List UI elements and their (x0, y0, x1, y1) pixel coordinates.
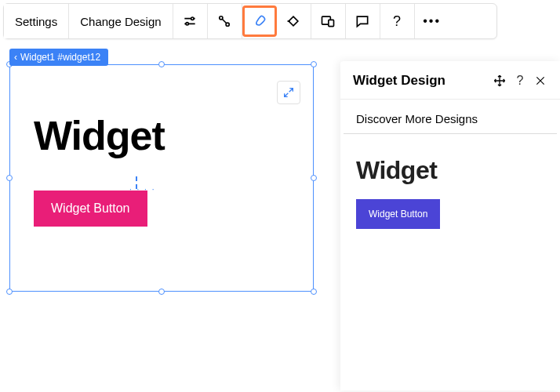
diamond-icon-button[interactable] (277, 4, 311, 38)
panel-subheading: Discover More Designs (344, 100, 557, 134)
brush-icon (252, 13, 267, 29)
help-icon: ? (517, 74, 524, 88)
resize-handle-bl[interactable] (6, 289, 13, 295)
more-icon-button[interactable]: ••• (415, 4, 449, 38)
diamond-icon (285, 13, 301, 29)
animation-icon (216, 13, 232, 29)
expand-button[interactable] (277, 81, 300, 104)
move-icon (493, 74, 506, 87)
svg-point-0 (191, 17, 194, 20)
resize-handle-ml[interactable] (6, 175, 13, 181)
svg-point-2 (220, 16, 223, 20)
help-icon: ? (393, 13, 401, 30)
preview-button: Widget Button (356, 199, 440, 229)
resize-handle-tm[interactable] (158, 61, 165, 67)
widget-button[interactable]: Widget Button (34, 191, 147, 227)
chevron-left-icon: ‹ (14, 52, 17, 63)
panel-title: Widget Design (353, 73, 488, 89)
resize-handle-br[interactable] (311, 289, 317, 295)
widget-title[interactable]: Widget (34, 112, 165, 159)
help-icon-button[interactable]: ? (380, 4, 415, 38)
panel-close-button[interactable] (532, 72, 549, 89)
settings-button[interactable]: Settings (4, 4, 69, 38)
panel-header: Widget Design ? (340, 61, 560, 100)
settings-label: Settings (15, 15, 57, 28)
resize-handle-mr[interactable] (311, 175, 317, 181)
responsive-icon (320, 13, 336, 29)
responsive-icon-button[interactable] (311, 4, 346, 38)
preview-title: Widget (356, 156, 547, 185)
alignment-guide (136, 176, 159, 189)
change-design-button[interactable]: Change Design (69, 4, 173, 38)
svg-point-3 (226, 23, 229, 26)
svg-point-1 (186, 23, 188, 25)
design-panel: Widget Design ? Discover More Designs Wi… (340, 61, 560, 390)
comment-icon (355, 13, 370, 29)
close-icon (535, 75, 546, 86)
design-preview-card[interactable]: Widget Widget Button (340, 134, 560, 241)
svg-rect-5 (329, 20, 334, 26)
resize-handle-tr[interactable] (311, 61, 317, 67)
widget-button-label: Widget Button (51, 201, 130, 215)
preview-button-label: Widget Button (369, 209, 427, 220)
sliders-icon (182, 13, 198, 29)
change-design-label: Change Design (80, 15, 161, 28)
brush-icon-button[interactable] (242, 5, 277, 37)
sliders-icon-button[interactable] (173, 4, 208, 38)
more-icon: ••• (423, 14, 441, 28)
breadcrumb-label: Widget1 #widget12 (20, 52, 100, 63)
comment-icon-button[interactable] (346, 4, 380, 38)
canvas-selection-frame[interactable]: Widget · · · · Widget Button (9, 64, 314, 292)
move-panel-button[interactable] (491, 72, 508, 89)
breadcrumb[interactable]: ‹ Widget1 #widget12 (9, 49, 108, 66)
expand-icon (282, 86, 295, 99)
animation-icon-button[interactable] (208, 4, 242, 38)
toolbar: Settings Change Design ? ••• (3, 3, 497, 39)
resize-handle-bm[interactable] (158, 289, 165, 295)
panel-help-button[interactable]: ? (511, 72, 529, 89)
